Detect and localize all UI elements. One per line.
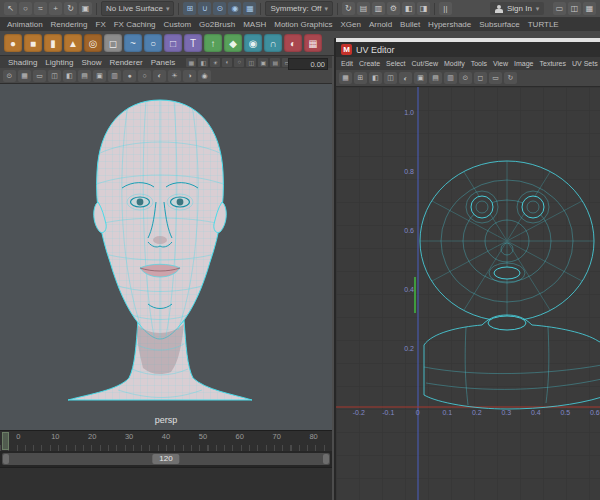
menu-set-tab[interactable]: Hypershade (424, 18, 475, 31)
shelf-poly-torus[interactable]: ◎ (84, 34, 102, 52)
menu-set-tab[interactable]: FX Caching (110, 18, 160, 31)
uv-editor-menu[interactable]: UV Sets (569, 60, 600, 67)
range-slider[interactable]: 120 (2, 453, 330, 465)
uv-grid-icon[interactable]: ▦ (339, 72, 352, 84)
rotate-tool-icon[interactable]: ↻ (64, 2, 77, 15)
shelf-poly-cube[interactable]: ■ (24, 34, 42, 52)
uv-pixel-snap-icon[interactable]: ⊙ (459, 72, 472, 84)
vp-plane-icon[interactable]: ▤ (270, 58, 280, 67)
menu-set-tab[interactable]: Go2Brush (195, 18, 239, 31)
construction-history-icon[interactable]: ↻ (342, 2, 355, 15)
uv-texture-toggle-icon[interactable]: ◫ (384, 72, 397, 84)
shelf-extrude[interactable]: ↑ (204, 34, 222, 52)
shadows-icon[interactable]: ◑ (183, 70, 196, 82)
scale-tool-icon[interactable]: ▣ (79, 2, 92, 15)
viewport-menu[interactable]: Panels (147, 58, 179, 67)
uv-isolate-icon[interactable]: ◧ (369, 72, 382, 84)
layout-single-pane-icon[interactable]: ▭ (553, 2, 566, 15)
uv-frame-icon[interactable]: ▭ (489, 72, 502, 84)
uv-editor-menu[interactable]: Textures (537, 60, 569, 67)
shelf-lattice[interactable]: ▦ (304, 34, 322, 52)
menu-set-tab[interactable]: MASH (239, 18, 270, 31)
menu-set-tab[interactable]: Rendering (47, 18, 92, 31)
playback-pause-icon[interactable]: || (439, 2, 452, 15)
wireframe-icon[interactable]: ○ (138, 70, 151, 82)
uv-refresh-icon[interactable]: ↻ (504, 72, 517, 84)
uv-checker-icon[interactable]: ▥ (444, 72, 457, 84)
shelf-nurbs-circle[interactable]: ○ (144, 34, 162, 52)
viewport-menu[interactable]: Shading (4, 58, 41, 67)
safe-action-icon[interactable]: ▣ (93, 70, 106, 82)
live-surface-dropdown[interactable]: No Live Surface ▾ (101, 1, 174, 16)
uv-editor-menu[interactable]: Image (511, 60, 536, 67)
textured-icon[interactable]: ◐ (153, 70, 166, 82)
safe-title-icon[interactable]: ▥ (108, 70, 121, 82)
uv-editor-menu[interactable]: Tools (468, 60, 490, 67)
symmetry-dropdown[interactable]: Symmetry: Off ▾ (265, 1, 332, 16)
film-gate-icon[interactable]: ▭ (33, 70, 46, 82)
lasso-select-icon[interactable]: ○ (19, 2, 32, 15)
uv-editor-menu[interactable]: Modify (441, 60, 468, 67)
uv-editor-menu[interactable]: Cut/Sew (409, 60, 441, 67)
vp-texture-icon[interactable]: ◐ (222, 58, 232, 67)
menu-set-tab[interactable]: XGen (337, 18, 365, 31)
menu-set-tab[interactable]: Subsurface (475, 18, 523, 31)
shelf-poly-sphere[interactable]: ● (4, 34, 22, 52)
uv-shaded-icon[interactable]: ◐ (399, 72, 412, 84)
make-live-icon[interactable]: ▦ (243, 2, 256, 15)
uv-distortion-icon[interactable]: ▤ (429, 72, 442, 84)
uv-canvas[interactable] (336, 87, 600, 500)
perspective-viewport-canvas[interactable] (0, 84, 332, 430)
uv-editor-menu[interactable]: Edit (338, 60, 356, 67)
viewport-menu[interactable]: Show (77, 58, 105, 67)
shelf-text-tool[interactable]: T (184, 34, 202, 52)
menu-set-tab[interactable]: Motion Graphics (270, 18, 336, 31)
vp-wire-shaded-icon[interactable]: ◫ (246, 58, 256, 67)
uv-editor-menu[interactable]: Select (383, 60, 408, 67)
ambient-occlusion-icon[interactable]: ◉ (198, 70, 211, 82)
shelf-mirror[interactable]: ◐ (284, 34, 302, 52)
render-view-icon[interactable]: ▤ (357, 2, 370, 15)
ipr-render-icon[interactable]: ▥ (372, 2, 385, 15)
move-tool-icon[interactable]: + (49, 2, 62, 15)
camera-lock-icon[interactable]: ⊙ (3, 70, 16, 82)
snap-grid-icon[interactable]: ⊞ (183, 2, 196, 15)
uv-borders-icon[interactable]: ▣ (414, 72, 427, 84)
menu-set-tab[interactable]: Arnold (365, 18, 396, 31)
current-frame-marker[interactable] (2, 432, 9, 450)
gate-mask-icon[interactable]: ◧ (63, 70, 76, 82)
display-layer-icon[interactable]: ◧ (402, 2, 415, 15)
snap-curve-icon[interactable]: ∪ (198, 2, 211, 15)
shelf-smooth[interactable]: ∩ (264, 34, 282, 52)
field-chart-icon[interactable]: ▤ (78, 70, 91, 82)
vp-light-icon[interactable]: ☀ (210, 58, 220, 67)
shelf-nurbs-square[interactable]: □ (164, 34, 182, 52)
viewport-menu[interactable]: Renderer (105, 58, 146, 67)
coordinate-input[interactable] (288, 58, 328, 70)
menu-set-tab[interactable]: Animation (3, 18, 47, 31)
shading-smooth-icon[interactable]: ● (123, 70, 136, 82)
uv-editor-titlebar[interactable]: M UV Editor (336, 42, 600, 57)
time-slider[interactable]: 01020304050607080 (0, 430, 332, 451)
menu-set-tab[interactable]: Custom (160, 18, 196, 31)
shelf-poly-cylinder[interactable]: ▮ (44, 34, 62, 52)
snap-point-icon[interactable]: ⊙ (213, 2, 226, 15)
grid-toggle-icon[interactable]: ▦ (18, 70, 31, 82)
range-end-value[interactable]: 120 (152, 454, 179, 464)
vp-grid-icon[interactable]: ▦ (186, 58, 196, 67)
uv-snap-icon[interactable]: ⊞ (354, 72, 367, 84)
shelf-poly-cone[interactable]: ▲ (64, 34, 82, 52)
vp-camera-icon[interactable]: ◧ (198, 58, 208, 67)
render-settings-icon[interactable]: ⚙ (387, 2, 400, 15)
uv-tile-icon[interactable]: ◻ (474, 72, 487, 84)
select-tool-icon[interactable]: ↖ (4, 2, 17, 15)
layout-four-pane-icon[interactable]: ▦ (583, 2, 596, 15)
uv-editor-menu[interactable]: Create (356, 60, 383, 67)
sign-in-button[interactable]: Sign In ▾ (490, 2, 544, 15)
shelf-boolean[interactable]: ◉ (244, 34, 262, 52)
menu-set-tab[interactable]: Bullet (396, 18, 424, 31)
resolution-gate-icon[interactable]: ◫ (48, 70, 61, 82)
uv-editor-viewport[interactable]: -0.2-0.100.10.20.30.40.50.6 1.00.80.60.4… (336, 87, 600, 500)
shelf-poly-plane[interactable]: ◻ (104, 34, 122, 52)
shelf-curve-tool[interactable]: ~ (124, 34, 142, 52)
